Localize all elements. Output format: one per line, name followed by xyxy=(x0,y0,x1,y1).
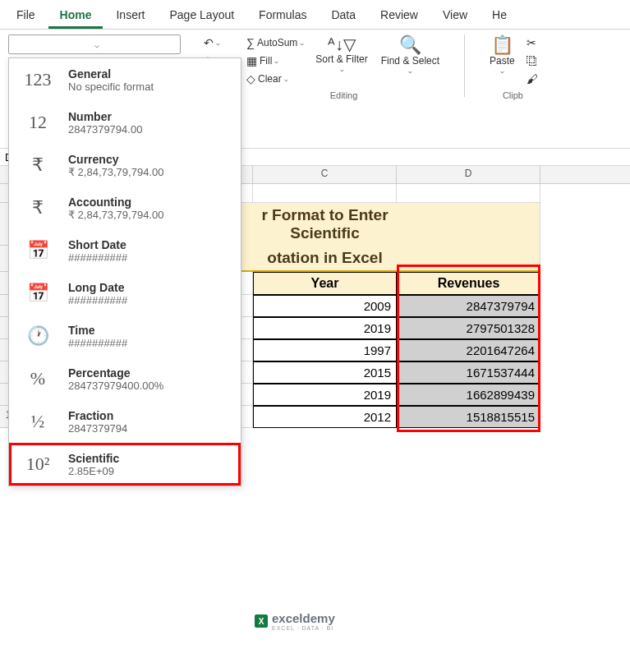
format-sample: 2847379794 xyxy=(68,422,127,435)
cell-revenue[interactable]: 2847379794 xyxy=(397,295,540,317)
brush-icon: 🖌 xyxy=(527,72,538,85)
excel-icon: X xyxy=(255,614,268,628)
number-format-selector[interactable]: ⌵ xyxy=(8,35,181,54)
copy-button[interactable]: ⿻ xyxy=(523,53,541,69)
format-icon: 🕐 xyxy=(19,320,57,352)
format-icon: 📅 xyxy=(19,277,57,310)
format-icon: % xyxy=(19,362,57,395)
fill-button[interactable]: ▦Fill⌵ xyxy=(243,53,307,69)
cell-year[interactable]: 2019 xyxy=(253,384,397,406)
format-name: Short Date xyxy=(68,238,127,251)
col-header-d[interactable]: D xyxy=(397,166,540,183)
table-header-year: Year xyxy=(253,272,397,295)
eraser-icon: ◇ xyxy=(246,72,255,85)
format-icon: ₹ xyxy=(19,149,57,182)
tab-home[interactable]: Home xyxy=(48,3,103,29)
clipboard-group-label: Clipb xyxy=(503,89,523,102)
autosum-button[interactable]: ∑AutoSum⌵ xyxy=(243,35,307,51)
format-sample: ########## xyxy=(68,294,127,306)
cell-year[interactable]: 2009 xyxy=(253,295,397,317)
format-sample: ₹ 2,84,73,79,794.00 xyxy=(68,209,163,221)
tab-review[interactable]: Review xyxy=(369,3,430,29)
format-option-percentage[interactable]: %Percentage284737979400.00% xyxy=(9,357,241,400)
format-sample: ########## xyxy=(68,251,127,264)
sort-filter-icon: ᴬ↓▽ xyxy=(328,36,356,53)
fill-icon: ▦ xyxy=(246,54,257,67)
format-sample: 284737979400.00% xyxy=(68,380,163,392)
undo-button[interactable]: ↶⌵ xyxy=(200,35,223,51)
sort-filter-button[interactable]: ᴬ↓▽ Sort & Filter⌵ xyxy=(310,35,372,75)
tab-page-layout[interactable]: Page Layout xyxy=(158,3,246,29)
editing-group-label: Editing xyxy=(330,89,358,102)
format-sample: No specific format xyxy=(68,81,154,93)
format-name: Percentage xyxy=(68,366,163,380)
cell-year[interactable]: 2015 xyxy=(253,361,397,384)
format-name: General xyxy=(68,67,154,81)
format-name: Long Date xyxy=(68,281,127,294)
format-icon: ₹ xyxy=(19,191,57,224)
format-painter-button[interactable]: 🖌 xyxy=(523,71,541,87)
format-icon: 12 xyxy=(19,106,57,139)
format-option-short-date[interactable]: 📅Short Date########## xyxy=(9,229,241,272)
format-option-accounting[interactable]: ₹Accounting₹ 2,84,73,79,794.00 xyxy=(9,186,241,229)
paste-button[interactable]: 📋 Paste⌵ xyxy=(485,35,520,76)
cell-revenue[interactable]: 2201647264 xyxy=(397,339,540,361)
search-icon: 🔍 xyxy=(399,36,421,54)
tab-formulas[interactable]: Formulas xyxy=(247,3,318,29)
format-option-general[interactable]: 123GeneralNo specific format xyxy=(9,58,241,101)
undo-icon: ↶ xyxy=(204,36,214,49)
cell-revenue[interactable]: 1671537444 xyxy=(397,361,540,384)
cell-revenue[interactable]: 1662899439 xyxy=(397,384,540,406)
tab-data[interactable]: Data xyxy=(320,3,367,29)
format-name: Accounting xyxy=(68,196,163,209)
cut-icon: ✂ xyxy=(527,36,536,49)
clear-button[interactable]: ◇Clear⌵ xyxy=(243,71,307,87)
format-option-long-date[interactable]: 📅Long Date########## xyxy=(9,272,241,315)
copy-icon: ⿻ xyxy=(527,54,538,67)
format-name: Time xyxy=(68,324,127,337)
format-name: Fraction xyxy=(68,409,127,422)
format-name: Currency xyxy=(68,153,163,166)
format-name: Number xyxy=(68,110,142,123)
format-sample: ₹ 2,84,73,79,794.00 xyxy=(68,166,163,178)
format-icon: 123 xyxy=(19,63,57,96)
ribbon-content: ⌵ 123GeneralNo specific format12Number28… xyxy=(0,30,630,102)
cut-button[interactable]: ✂ xyxy=(523,35,541,51)
format-option-currency[interactable]: ₹Currency₹ 2,84,73,79,794.00 xyxy=(9,144,241,186)
sigma-icon: ∑ xyxy=(246,36,255,49)
cell-year[interactable]: 2012 xyxy=(253,406,397,428)
number-format-group: ⌵ 123GeneralNo specific format12Number28… xyxy=(8,35,181,54)
table-header-revenues: Revenues xyxy=(397,272,540,295)
tab-insert[interactable]: Insert xyxy=(104,3,156,29)
exceldemy-logo: X exceldemy EXCEL · DATA · BI xyxy=(255,611,335,631)
number-format-dropdown: 123GeneralNo specific format12Number2847… xyxy=(8,58,241,486)
chevron-down-icon: ⌵ xyxy=(94,40,177,49)
format-option-fraction[interactable]: ½Fraction2847379794 xyxy=(9,400,241,443)
format-name: Scientific xyxy=(68,452,119,465)
tab-file[interactable]: File xyxy=(5,3,47,29)
tab-view[interactable]: View xyxy=(431,3,479,29)
format-option-number[interactable]: 12Number2847379794.00 xyxy=(9,101,241,144)
format-sample: ########## xyxy=(68,337,127,349)
format-option-time[interactable]: 🕐Time########## xyxy=(9,315,241,357)
format-icon: 10² xyxy=(19,448,57,481)
cell-year[interactable]: 2019 xyxy=(253,317,397,339)
format-icon: 📅 xyxy=(19,234,57,267)
cell-year[interactable]: 1997 xyxy=(253,339,397,361)
ribbon-tabs: FileHomeInsertPage LayoutFormulasDataRev… xyxy=(0,0,630,30)
clipboard-group: 📋 Paste⌵ ✂ ⿻ 🖌 Clipb xyxy=(485,35,541,102)
tab-he[interactable]: He xyxy=(481,3,518,29)
editing-group: ∑AutoSum⌵ ▦Fill⌵ ◇Clear⌵ ᴬ↓▽ Sort & Filt… xyxy=(243,35,444,102)
format-sample: 2.85E+09 xyxy=(68,465,119,477)
format-option-scientific[interactable]: 10²Scientific2.85E+09 xyxy=(9,443,241,486)
format-icon: ½ xyxy=(19,405,57,438)
find-select-button[interactable]: 🔍 Find & Select⌵ xyxy=(376,35,444,76)
col-header-c[interactable]: C xyxy=(253,166,397,183)
format-sample: 2847379794.00 xyxy=(68,123,142,136)
paste-icon: 📋 xyxy=(491,36,513,54)
cell-revenue[interactable]: 2797501328 xyxy=(397,317,540,339)
cell-revenue[interactable]: 1518815515 xyxy=(397,406,540,428)
